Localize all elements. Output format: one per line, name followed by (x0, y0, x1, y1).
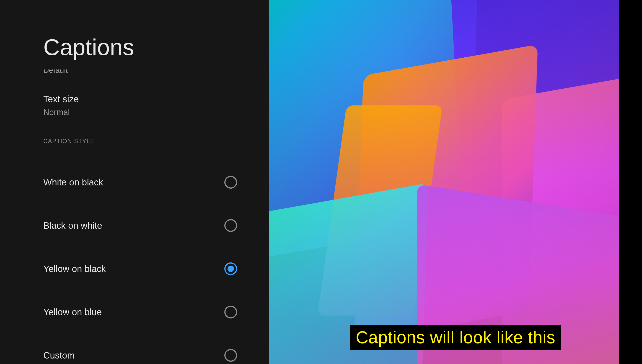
settings-scroll-area[interactable]: Default Text size Normal CAPTION STYLE W… (43, 70, 246, 364)
settings-panel: Captions Default Text size Normal CAPTIO… (0, 0, 269, 364)
radio-icon[interactable] (224, 219, 237, 232)
caption-style-option-yellow-on-black[interactable]: Yellow on black (43, 247, 246, 290)
radio-icon[interactable] (224, 262, 237, 275)
caption-style-option-label: Yellow on blue (43, 307, 102, 317)
right-letterbox-bar (619, 0, 642, 364)
radio-icon[interactable] (224, 176, 237, 188)
caption-style-option-label: Black on white (43, 220, 102, 231)
caption-style-option-custom[interactable]: Custom (43, 334, 246, 364)
caption-style-option-label: Yellow on black (43, 264, 106, 274)
caption-preview-panel: Captions will look like this (269, 0, 642, 364)
captions-settings-screen: Captions Default Text size Normal CAPTIO… (0, 0, 642, 364)
setting-text-size[interactable]: Text size Normal (43, 94, 246, 117)
previous-setting-value-clipped: Default (43, 70, 246, 74)
caption-style-option-white-on-black[interactable]: White on black (43, 160, 246, 204)
caption-style-option-yellow-on-blue[interactable]: Yellow on blue (43, 290, 246, 334)
caption-preview-text: Captions will look like this (350, 325, 561, 350)
caption-style-option-label: Custom (43, 350, 75, 360)
preview-background-art (269, 0, 642, 364)
radio-icon[interactable] (224, 306, 237, 318)
previous-setting-value: Default (43, 70, 68, 74)
radio-icon[interactable] (224, 349, 237, 362)
caption-style-option-label: White on black (43, 177, 103, 188)
section-header-caption-style: CAPTION STYLE (43, 138, 246, 145)
setting-text-size-label: Text size (43, 94, 246, 104)
caption-style-option-black-on-white[interactable]: Black on white (43, 204, 246, 247)
caption-style-list: White on blackBlack on whiteYellow on bl… (43, 160, 246, 364)
page-title: Captions (43, 34, 246, 60)
setting-text-size-value: Normal (43, 108, 246, 117)
